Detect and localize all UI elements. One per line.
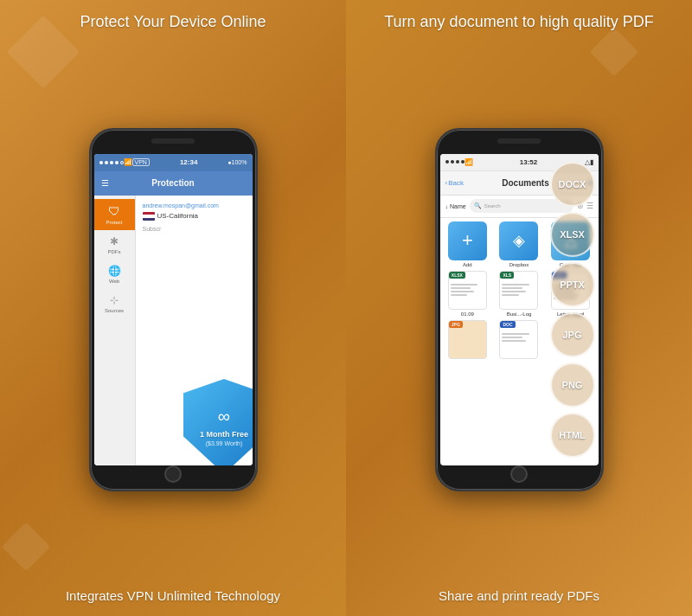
vpn-subscription: Subscr: [143, 226, 246, 232]
format-pill-docx: DOCX: [550, 162, 595, 207]
back-label: Back: [448, 179, 464, 187]
right-panel-title: Turn any document to high quality PDF: [367, 0, 671, 41]
doc-item-jpg[interactable]: JPG: [444, 320, 492, 361]
doc-time: 13:52: [520, 158, 537, 166]
dropbox-folder-icon: ◈: [499, 221, 538, 260]
left-panel-footer: Integrates VPN Unlimited Technology: [48, 579, 298, 617]
format-pill-png: PNG: [550, 363, 595, 407]
sort-icon: ↓: [445, 203, 449, 209]
web-icon: 🌐: [108, 265, 121, 277]
format-pill-html: HTML: [550, 413, 595, 458]
doc-item-dropbox[interactable]: ◈ Dropbox: [495, 221, 543, 267]
shield-logo: ∞: [218, 407, 230, 427]
html-label: HTML: [559, 430, 586, 440]
shield-promo-text: 1 Month Free: [200, 430, 248, 440]
left-phone-screen: 📶 VPN 12:34 ● 100% ☰ Protection: [94, 154, 253, 465]
sidebar-sources-label: Sources: [105, 308, 124, 313]
sort-label: Name: [450, 203, 466, 209]
search-icon: 🔍: [474, 202, 482, 209]
doc-item-add[interactable]: + Add: [444, 221, 492, 267]
doc-signal-dots: [445, 160, 465, 164]
shield-promo-subtext: ($3.99 Worth): [206, 440, 243, 446]
doc-item-doc2[interactable]: DOC: [495, 320, 543, 361]
docx-label: DOCX: [559, 179, 586, 189]
doc-dot-2: [451, 160, 454, 164]
signal-dot-2: [105, 161, 108, 164]
xlsx-label: 01.09: [461, 311, 474, 317]
app-container: Protect Your Device Online 📶: [0, 0, 692, 616]
sidebar-item-web[interactable]: 🌐 Web: [94, 260, 135, 289]
pdf-icon: ✱: [110, 235, 119, 247]
format-pills-container: DOCX XLSX PPTX JPG PNG HTML: [550, 162, 595, 458]
shield-overlay: ∞ 1 Month Free ($3.99 Worth): [183, 379, 253, 465]
xls-file-icon: XLS: [499, 271, 538, 310]
png-label: PNG: [562, 380, 583, 390]
doc2-file-icon: DOC: [499, 320, 538, 359]
vpn-sidebar: 🛡 Protect ✱ PDFs 🌐 Web: [94, 196, 136, 465]
shield-shape: ∞ 1 Month Free ($3.99 Worth): [183, 379, 253, 465]
pptx-label: PPTX: [560, 279, 585, 290]
right-panel-footer: Share and print ready PDFs: [421, 579, 617, 617]
vpn-nav-title: Protection: [151, 178, 194, 188]
xls-preview-lines: [500, 282, 537, 299]
signal-dots: [99, 161, 124, 164]
vpn-content: andrew.mospan@gmail.com US-California Su…: [136, 196, 253, 465]
carrier-label: VPN: [132, 158, 150, 166]
doc-wifi-icon: 📶: [465, 158, 473, 166]
right-phone-wrapper: 📶 13:52 △ ▮ ‹ Back Documents +: [435, 41, 604, 578]
left-panel: Protect Your Device Online 📶: [0, 0, 346, 616]
protect-icon: 🛡: [108, 204, 120, 218]
xls-label: Busi...-Log: [507, 311, 532, 317]
xlsx-file-icon: XLSX: [448, 271, 487, 310]
right-panel: Turn any document to high quality PDF 📶 …: [346, 0, 692, 616]
sidebar-item-sources[interactable]: ⊹ Sources: [94, 289, 135, 318]
jpg-pill-label: JPG: [562, 330, 581, 340]
location-label: US-California: [157, 212, 199, 220]
signal-dot-3: [110, 161, 113, 164]
add-folder-icon: +: [448, 221, 487, 260]
home-button-right[interactable]: [510, 465, 528, 483]
vpn-email: andrew.mospan@gmail.com: [143, 202, 246, 209]
signal-dot-1: [99, 161, 103, 164]
xlsx-pill-label: XLSX: [560, 229, 585, 240]
vpn-location: US-California: [143, 212, 246, 221]
doc2-preview-lines: [500, 331, 537, 345]
doc-item-xls[interactable]: XLS Busi...-Log: [495, 271, 543, 317]
wifi-icon: 📶: [124, 158, 132, 166]
doc-back-button[interactable]: ‹ Back: [445, 179, 464, 187]
vpn-body: 🛡 Protect ✱ PDFs 🌐 Web: [94, 196, 253, 465]
home-button-left[interactable]: [164, 465, 182, 483]
sidebar-protect-label: Protect: [106, 220, 122, 225]
format-pill-xlsx: XLSX: [550, 212, 595, 257]
chevron-left-icon: ‹: [445, 179, 448, 187]
signal-dot-4: [115, 161, 119, 164]
xlsx-badge: XLSX: [449, 272, 465, 279]
jpg-badge: JPG: [449, 321, 463, 328]
search-placeholder: Search: [484, 203, 501, 209]
status-time: 12:34: [180, 158, 197, 166]
jpg-file-icon: JPG: [448, 320, 487, 359]
dropbox-label: Dropbox: [509, 262, 529, 267]
sidebar-pdfs-label: PDFs: [108, 249, 121, 254]
sidebar-item-pdfs[interactable]: ✱ PDFs: [94, 230, 135, 260]
sidebar-web-label: Web: [109, 279, 119, 284]
format-pill-pptx: PPTX: [550, 262, 595, 307]
doc-dot-1: [445, 160, 449, 164]
doc2-badge: DOC: [500, 321, 515, 328]
sidebar-item-protect[interactable]: 🛡 Protect: [94, 199, 135, 230]
vpn-status-bar: 📶 VPN 12:34 ● 100%: [94, 154, 253, 171]
left-panel-title: Protect Your Device Online: [62, 0, 283, 41]
battery-label: 100%: [232, 159, 247, 165]
left-phone: 📶 VPN 12:34 ● 100% ☰ Protection: [89, 128, 258, 491]
doc-sort-button[interactable]: ↓ Name: [445, 203, 466, 209]
us-flag-icon: [143, 212, 155, 221]
add-label: Add: [463, 262, 472, 267]
doc-item-xlsx[interactable]: XLSX 01.09: [444, 271, 492, 317]
xls-badge: XLS: [500, 272, 514, 279]
file-preview-lines: [449, 282, 486, 299]
vpn-nav-bar: ☰ Protection: [94, 171, 253, 196]
doc-dot-3: [456, 160, 459, 164]
left-phone-wrapper: 📶 VPN 12:34 ● 100% ☰ Protection: [89, 41, 258, 578]
menu-icon[interactable]: ☰: [101, 178, 109, 188]
sources-icon: ⊹: [110, 294, 119, 306]
